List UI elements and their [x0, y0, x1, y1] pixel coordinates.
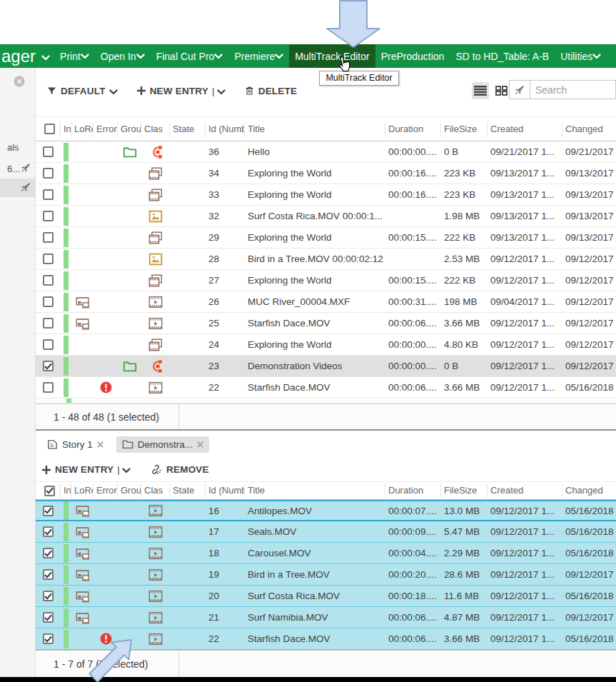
row-checkbox[interactable]	[43, 339, 54, 350]
sidebar-item[interactable]	[0, 179, 35, 197]
table-row[interactable]: 34Exploring the World00:00:16....223 KB0…	[36, 163, 616, 184]
select-all-checkbox[interactable]	[44, 124, 55, 134]
sidebar-item[interactable]: 6...	[0, 159, 35, 178]
column-header-Clas[interactable]: Clas	[141, 483, 170, 498]
column-header-Created[interactable]: Created	[488, 122, 562, 136]
column-header-Changed[interactable]: Changed	[562, 122, 616, 136]
column-header-State[interactable]: State	[170, 122, 206, 136]
row-checkbox[interactable]	[43, 211, 54, 221]
column-header-Id (Numb[interactable]: Id (Numb	[206, 483, 245, 498]
app-logo[interactable]: ager	[0, 46, 54, 66]
row-checkbox[interactable]	[43, 146, 54, 157]
column-header-In[interactable]: In	[61, 122, 71, 136]
table-row[interactable]: 32Surf Costa Rica.MOV 00:00:1...1.98 MB0…	[36, 206, 616, 227]
table-row[interactable]: 17Seals.MOV00:00:09....5.47 MB09/12/2017…	[36, 521, 616, 543]
column-header-LoRe[interactable]: LoRe	[71, 483, 94, 498]
table-row[interactable]: 25Starfish Dace.MOV00:00:06....3.66 MB09…	[36, 313, 616, 334]
chevron-down-icon	[109, 89, 118, 95]
column-header-Title[interactable]: Title	[245, 122, 385, 136]
row-checkbox[interactable]	[43, 569, 54, 580]
menu-item-multitrack-editor[interactable]: MultiTrack Editor	[289, 44, 375, 68]
column-header-select[interactable]	[36, 122, 61, 136]
column-header-FileSize[interactable]: FileSize	[441, 122, 488, 136]
row-checkbox[interactable]	[43, 275, 54, 286]
filter-default-button[interactable]: DEFAULT	[46, 85, 118, 96]
column-header-LoRe[interactable]: LoRe	[71, 122, 94, 136]
table-row[interactable]: 19Bird in a Tree.MOV00:00:20....28.6 MB0…	[36, 564, 616, 586]
cell-filesize: 3.66 MB	[441, 377, 488, 398]
table-row[interactable]: 16Antilopes.MOV00:00:07....13.0 MB09/12/…	[36, 500, 616, 521]
select-all-checkbox[interactable]	[44, 486, 55, 496]
row-checkbox[interactable]	[43, 168, 54, 179]
table-row[interactable]: 23Demonstration Videos00:00:00....0 B09/…	[36, 356, 616, 377]
search-input[interactable]	[530, 81, 615, 99]
menu-item-open-in[interactable]: Open In	[95, 44, 151, 68]
menu-item-sd-to-hd-table-a-b[interactable]: SD to HD_Table: A-B	[450, 44, 555, 68]
cell-created: 09/12/2017 1...	[488, 607, 562, 628]
column-header-FileSize[interactable]: FileSize	[441, 483, 488, 498]
row-checkbox[interactable]	[43, 506, 54, 516]
grid-view-button[interactable]	[493, 82, 510, 99]
table-row[interactable]: 36Hello00:00:00....0 B09/21/2017 1...09/…	[36, 141, 616, 163]
row-checkbox[interactable]	[43, 254, 54, 264]
column-header-Error[interactable]: Error	[94, 122, 118, 136]
table-row[interactable]: 21Surf Namibia.MOV00:00:06....4.87 MB09/…	[36, 607, 616, 628]
menu-item-preproduction[interactable]: PreProduction	[375, 44, 450, 68]
column-header-Duration[interactable]: Duration	[385, 483, 441, 498]
table-row[interactable]: 27Exploring the World00:00:15....222 KB0…	[36, 270, 616, 291]
column-header-Grou[interactable]: Grou	[118, 122, 141, 136]
sidebar-item[interactable]: als	[0, 138, 35, 156]
column-header-Grou[interactable]: Grou	[118, 483, 141, 498]
menu-item-utilities[interactable]: Utilities	[555, 44, 607, 68]
row-checkbox[interactable]	[43, 612, 54, 623]
lores-proxy	[75, 567, 91, 583]
column-header-In[interactable]: In	[61, 483, 71, 498]
table-row[interactable]: 22Starfish Dace.MOV00:00:06....3.66 MB09…	[36, 377, 616, 398]
table-row[interactable]: 26MUC River_00004.MXF00:00:31....198 MB0…	[36, 291, 616, 313]
remove-button[interactable]: REMOVE	[151, 463, 209, 476]
row-checkbox[interactable]	[43, 296, 54, 307]
row-checkbox[interactable]	[43, 189, 54, 200]
new-entry-button[interactable]: NEW ENTRY |	[41, 464, 131, 475]
cell-in-state	[61, 501, 71, 520]
menu-item-print[interactable]: Print	[54, 44, 95, 68]
column-header-Created[interactable]: Created	[488, 483, 562, 498]
close-circle-icon[interactable]	[14, 76, 25, 87]
menu-item-final-cut-pro[interactable]: Final Cut Pro	[151, 44, 229, 68]
menu-item-premiere[interactable]: Premiere	[228, 44, 289, 68]
row-checkbox[interactable]	[43, 633, 54, 644]
cell-changed: 05/16/2018	[562, 521, 616, 542]
table-row[interactable]: 24Exploring the World00:00:00....4.80 KB…	[36, 334, 616, 356]
column-header-Clas[interactable]: Clas	[141, 122, 170, 136]
row-checkbox[interactable]	[43, 318, 54, 329]
column-header-Changed[interactable]: Changed	[562, 483, 616, 498]
column-header-Duration[interactable]: Duration	[385, 122, 441, 136]
column-header-Title[interactable]: Title	[245, 483, 385, 498]
column-header-Id (Numb[interactable]: Id (Numb	[206, 122, 245, 136]
tab-story-1[interactable]: SStory 1	[41, 436, 109, 453]
table-row[interactable]: 29Exploring the World00:00:15....222 KB0…	[36, 227, 616, 249]
table-row[interactable]: 22Starfish Dace.MOV00:00:06....3.66 MB09…	[36, 628, 616, 650]
table-row[interactable]: 28Bird in a Tree.MOV 00:00:02:122.53 MB0…	[36, 249, 616, 270]
new-entry-button[interactable]: NEW ENTRY |	[136, 85, 226, 96]
tab-close-icon[interactable]	[97, 441, 103, 448]
column-header-Error[interactable]: Error	[94, 483, 118, 498]
table-row[interactable]: 33Exploring the World00:00:16....223 KB0…	[36, 184, 616, 206]
row-checkbox[interactable]	[43, 548, 54, 558]
lores-proxy	[75, 546, 91, 561]
tab-demonstra-[interactable]: Demonstra...	[116, 436, 209, 453]
list-view-icon	[474, 86, 487, 96]
row-checkbox[interactable]	[43, 591, 54, 601]
table-row[interactable]: 18Carousel.MOV00:00:04....2.29 MB09/12/2…	[36, 543, 616, 564]
row-checkbox[interactable]	[43, 382, 54, 393]
column-header-State[interactable]: State	[170, 483, 206, 498]
row-checkbox[interactable]	[43, 361, 54, 371]
table-row[interactable]: 20Surf Costa Rica.MOV00:00:18....11.6 MB…	[36, 586, 616, 607]
list-view-button[interactable]	[472, 82, 489, 99]
cell-error	[94, 141, 118, 162]
tab-close-icon[interactable]	[197, 441, 203, 448]
delete-button[interactable]: DELETE	[244, 85, 297, 96]
column-header-select[interactable]	[36, 483, 61, 498]
row-checkbox[interactable]	[43, 526, 54, 537]
row-checkbox[interactable]	[43, 232, 54, 243]
